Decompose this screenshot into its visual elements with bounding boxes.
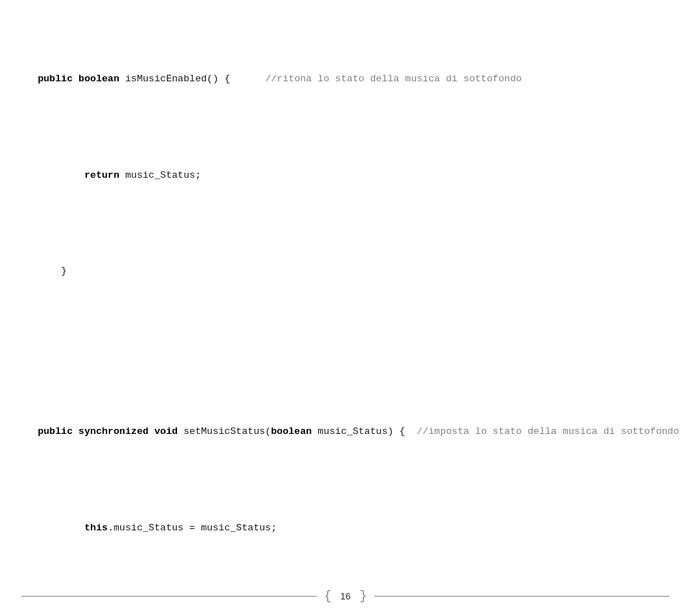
page-number: 16 — [340, 591, 351, 602]
keyword: public synchronized void — [37, 426, 177, 437]
keyword: return — [37, 170, 119, 181]
normal-text: setMusicStatus( — [178, 426, 271, 437]
code-line-4 — [14, 344, 677, 360]
comment: //imposta lo stato della musica di sotto… — [417, 426, 679, 437]
normal-text: music_Status) { — [312, 426, 417, 437]
keyword: this — [37, 522, 107, 533]
footer-line-right — [374, 596, 669, 597]
keyword: boolean — [271, 426, 312, 437]
code-line-5: public synchronized void setMusicStatus(… — [14, 408, 677, 456]
comment: //ritona lo stato della musica di sottof… — [265, 73, 521, 84]
code-block: public boolean isMusicEnabled() { //rito… — [0, 0, 691, 616]
code-line-6: this.music_Status = music_Status; — [14, 504, 677, 552]
code-line-2: return music_Status; — [14, 151, 677, 199]
keyword: public boolean — [37, 73, 119, 84]
normal-text: .music_Status = music_Status; — [108, 522, 277, 533]
code-line-3: } — [14, 248, 677, 296]
normal-text: } — [37, 266, 67, 276]
footer-line-left — [22, 596, 317, 597]
normal-text: isMusicEnabled() { — [119, 73, 266, 84]
footer-brace-right: } — [359, 589, 367, 603]
normal-text: music_Status; — [119, 170, 201, 181]
page-footer: { 16 } — [0, 589, 691, 603]
footer-brace-left: { — [324, 589, 332, 603]
code-line-1: public boolean isMusicEnabled() { //rito… — [14, 55, 677, 104]
